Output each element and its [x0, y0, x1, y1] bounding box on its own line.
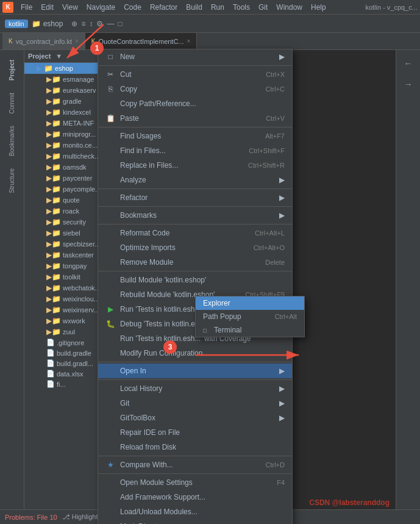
- toolbar-minus-icon[interactable]: —: [107, 20, 114, 28]
- tab-close-icon[interactable]: ×: [75, 38, 79, 45]
- ctx-copy[interactable]: ⎘ Copy Ctrl+C: [98, 82, 292, 96]
- add-framework-icon: [105, 492, 115, 502]
- ctx-cut[interactable]: ✂ Cut Ctrl+X: [98, 67, 292, 82]
- ctx-replace-files[interactable]: Replace in Files... Ctrl+Shift+R: [98, 158, 292, 173]
- menu-tools[interactable]: Tools: [229, 2, 254, 13]
- activity-structure[interactable]: Structure: [6, 163, 18, 198]
- sidebar-dropdown-icon[interactable]: ▼: [55, 52, 62, 60]
- ctx-gittoolbox[interactable]: GitToolBox ▶: [98, 411, 292, 425]
- folder-open-icon: ▶: [37, 64, 42, 73]
- toolbar-sort-icon[interactable]: ↕: [89, 20, 93, 28]
- ctx-load-unload[interactable]: Load/Unload Modules...: [98, 504, 292, 519]
- ctx-mark-directory[interactable]: Mark Directory as ▶: [98, 519, 292, 524]
- menu-run[interactable]: Run: [207, 2, 228, 13]
- ctx-remove-module-shortcut: Delete: [265, 259, 285, 266]
- sidebar-label-paycomple: paycomple...: [63, 185, 101, 193]
- submenu-explorer[interactable]: Explorer: [196, 296, 304, 310]
- ctx-arrow-bookmarks: ▶: [279, 211, 285, 220]
- ctx-optimize[interactable]: Optimize Imports Ctrl+Alt+O: [98, 240, 292, 255]
- ctx-reformat[interactable]: Reformat Code Ctrl+Alt+L: [98, 226, 292, 240]
- status-problems[interactable]: Problems: File 10: [5, 514, 57, 521]
- ctx-repair-ide-label: Repair IDE on File: [120, 428, 180, 437]
- toolbar-expand-icon[interactable]: □: [118, 20, 122, 28]
- ctx-local-history[interactable]: Local History ▶: [98, 381, 292, 396]
- toolbar-list-icon[interactable]: ≡: [81, 20, 85, 28]
- ctx-sep-9: [98, 456, 292, 456]
- menu-navigate[interactable]: Navigate: [83, 2, 119, 13]
- ctx-copy-path[interactable]: Copy Path/Reference...: [98, 96, 292, 111]
- activity-project[interactable]: Project: [6, 55, 18, 85]
- right-icon-2[interactable]: →: [400, 76, 417, 93]
- git-icon: [105, 398, 115, 408]
- menu-edit[interactable]: Edit: [37, 2, 57, 13]
- ctx-open-module-settings[interactable]: Open Module Settings F4: [98, 475, 292, 490]
- ctx-open-module-shortcut: F4: [277, 479, 285, 486]
- submenu-path-popup-shortcut: Ctrl+Alt: [275, 313, 297, 320]
- folder-icon-monito: ▶📁: [46, 141, 61, 149]
- ctx-find-usages[interactable]: Find Usages Alt+F7: [98, 129, 292, 143]
- ctx-remove-module[interactable]: Remove Module Delete: [98, 255, 292, 270]
- sidebar-label-eshop: eshop: [55, 65, 73, 72]
- optimize-icon: [105, 243, 115, 253]
- menu-refactor[interactable]: Refactor: [146, 2, 181, 13]
- sidebar-label-tongpay: tongpay: [63, 262, 87, 270]
- tab-close-icon-2[interactable]: ×: [187, 38, 191, 45]
- submenu-path-popup[interactable]: Path Popup Ctrl+Alt: [196, 310, 304, 323]
- ctx-compare-with[interactable]: ★ Compare With... Ctrl+D: [98, 458, 292, 472]
- sidebar-label-toolkit: toolkit: [63, 273, 80, 281]
- folder-icon: 📁: [32, 20, 41, 28]
- ctx-bookmarks[interactable]: Bookmarks ▶: [98, 208, 292, 223]
- ctx-add-framework[interactable]: Add Framework Support...: [98, 490, 292, 504]
- tab-bar: K vq_contract_info.kt × K QuoteContractI…: [0, 33, 420, 50]
- toolbar-globe-icon[interactable]: ⊕: [71, 20, 77, 28]
- ctx-build-module[interactable]: Build Module 'kotlin.eshop': [98, 273, 292, 287]
- open-in-submenu: Explorer Path Popup Ctrl+Alt □ Terminal: [195, 296, 305, 337]
- ctx-copy-label: Copy: [120, 85, 137, 93]
- ctx-find-files[interactable]: Find in Files... Ctrl+Shift+F: [98, 143, 292, 158]
- sidebar-label-dataxlsx: data.xlsx: [57, 370, 83, 378]
- menu-view[interactable]: View: [59, 2, 82, 13]
- ctx-git[interactable]: Git ▶: [98, 396, 292, 411]
- folder-icon-siebel: ▶📁: [46, 229, 61, 237]
- reload-icon: [105, 442, 115, 452]
- context-menu: □ New ▶ ✂ Cut Ctrl+X ⎘ Copy Ctrl+C Copy …: [98, 49, 293, 524]
- menu-window[interactable]: Window: [272, 2, 306, 13]
- activity-bookmarks[interactable]: Bookmarks: [6, 121, 18, 161]
- toolbar-gear-icon[interactable]: ⚙: [96, 20, 103, 28]
- tab-quote-contract[interactable]: K QuoteContractImplementC... ×: [85, 33, 198, 50]
- folder-icon-gradle: ▶📁: [46, 97, 61, 106]
- sidebar-label-oamsdk: oamsdk: [63, 163, 87, 171]
- ctx-new[interactable]: □ New ▶: [98, 49, 292, 64]
- menu-help[interactable]: Help: [307, 2, 330, 13]
- sidebar-label-buildgradle: build.gradle: [57, 350, 91, 357]
- menu-git[interactable]: Git: [255, 2, 271, 13]
- ctx-find-usages-shortcut: Alt+F7: [265, 132, 285, 140]
- folder-icon-miniprogr: ▶📁: [46, 130, 61, 138]
- ctx-bookmarks-label: Bookmarks: [120, 211, 157, 220]
- tab-vq-contract[interactable]: K vq_contract_info.kt ×: [2, 33, 85, 50]
- submenu-terminal[interactable]: □ Terminal: [196, 323, 304, 337]
- ctx-refactor[interactable]: Refactor ▶: [98, 190, 292, 205]
- menu-build[interactable]: Build: [182, 2, 206, 13]
- ctx-reload-disk[interactable]: Reload from Disk: [98, 440, 292, 454]
- submenu-terminal-label: Terminal: [214, 326, 241, 334]
- menu-code[interactable]: Code: [120, 2, 145, 13]
- ctx-git-label: Git: [120, 399, 129, 407]
- ctx-open-in[interactable]: Open In ▶: [98, 364, 292, 378]
- sidebar-label-zuul: zuul: [63, 328, 75, 336]
- folder-icon-taskcenter: ▶📁: [46, 251, 61, 259]
- activity-commit[interactable]: Commit: [6, 88, 18, 118]
- ctx-modify-run-label: Modify Run Configuration...: [120, 349, 208, 357]
- ctx-paste[interactable]: 📋 Paste Ctrl+V: [98, 111, 292, 126]
- ctx-modify-run[interactable]: Modify Run Configuration...: [98, 346, 292, 361]
- folder-icon-weixinclou: ▶📁: [46, 295, 61, 303]
- ctx-repair-ide[interactable]: Repair IDE on File: [98, 425, 292, 440]
- ctx-copy-shortcut: Ctrl+C: [266, 85, 285, 93]
- ctx-replace-files-label: Replace in Files...: [120, 161, 178, 170]
- ctx-analyze[interactable]: Analyze ▶: [98, 173, 292, 187]
- ctx-arrow-refactor: ▶: [279, 193, 285, 202]
- right-icon-1[interactable]: ←: [400, 55, 417, 72]
- menu-file[interactable]: File: [17, 2, 36, 13]
- project-badge: kotlin: [5, 20, 28, 28]
- right-sidebar: ← →: [396, 50, 420, 509]
